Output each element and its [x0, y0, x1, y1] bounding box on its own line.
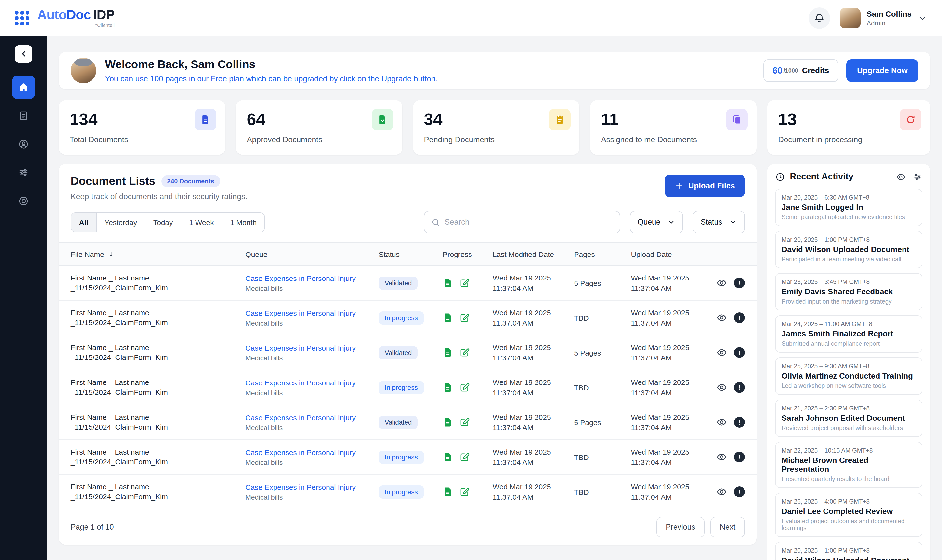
alert-button[interactable] [734, 452, 745, 462]
activity-item[interactable]: Mar 23, 2025 – 3:45 PM GMT+8 Emily Davis… [775, 273, 922, 311]
activity-item[interactable]: Mar 22, 2025 – 10:15 AM GMT+8 Michael Br… [775, 442, 922, 488]
view-button[interactable] [716, 452, 727, 462]
clipboard-edit-icon [549, 109, 570, 131]
queue-link[interactable]: Case Expenses in Personal Injury [245, 378, 379, 387]
document-step-icon[interactable] [442, 312, 453, 323]
user-menu[interactable]: Sam Collins Admin [840, 8, 927, 28]
edit-step-icon[interactable] [459, 312, 470, 323]
alert-button[interactable] [734, 278, 745, 288]
alert-button[interactable] [734, 486, 745, 497]
notifications-button[interactable] [809, 7, 830, 29]
alert-button[interactable] [734, 347, 745, 358]
sidebar-item-documents[interactable] [12, 104, 35, 128]
activity-date: Mar 23, 2025 – 3:45 PM GMT+8 [782, 278, 916, 285]
app-launcher-icon[interactable] [15, 11, 29, 26]
view-button[interactable] [716, 278, 727, 288]
queue-link[interactable]: Case Expenses in Personal Injury [245, 274, 379, 282]
activity-item[interactable]: Mar 20, 2025 – 1:00 PM GMT+8 David Wilso… [775, 542, 922, 560]
view-button[interactable] [716, 312, 727, 323]
sidebar-collapse-button[interactable] [15, 45, 32, 63]
queue-cell: Case Expenses in Personal Injury Medical… [245, 274, 379, 292]
document-step-icon[interactable] [442, 278, 453, 288]
alert-button[interactable] [734, 382, 745, 393]
search-icon [431, 217, 439, 227]
filter-1-month[interactable]: 1 Month [222, 212, 264, 232]
column-queue[interactable]: Queue [245, 250, 379, 258]
queue-link[interactable]: Case Expenses in Personal Injury [245, 309, 379, 317]
table-row[interactable]: First Name _ Last name _11/15/2024_Claim… [59, 475, 757, 509]
sidebar-item-users[interactable] [12, 132, 35, 156]
status-cell: Validated [379, 346, 442, 359]
filter-all[interactable]: All [71, 212, 97, 232]
queue-dropdown[interactable]: Queue [630, 211, 683, 234]
welcome-title: Welcome Back, Sam Collins [105, 58, 438, 71]
sidebar-item-home[interactable] [12, 75, 35, 99]
upload-date: Wed Mar 19 2025 [631, 342, 714, 352]
progress-cell [442, 486, 493, 497]
alert-button[interactable] [734, 312, 745, 323]
sidebar-item-queues[interactable] [12, 161, 35, 185]
document-step-icon[interactable] [442, 347, 453, 358]
table-row[interactable]: First Name _ Last name _11/15/2024_Claim… [59, 405, 757, 440]
column-file-name[interactable]: File Name [71, 250, 245, 258]
edit-step-icon[interactable] [459, 452, 470, 462]
status-dropdown[interactable]: Status [693, 211, 745, 234]
activity-item[interactable]: Mar 20, 2025 – 6:30 AM GMT+8 Jane Smith … [775, 189, 922, 226]
view-button[interactable] [716, 382, 727, 393]
activity-item[interactable]: Mar 26, 2025 – 4:00 PM GMT+8 Daniel Lee … [775, 493, 922, 537]
plus-icon [675, 182, 683, 190]
edit-step-icon[interactable] [459, 417, 470, 428]
activity-item[interactable]: Mar 20, 2025 – 1:00 PM GMT+8 David Wilso… [775, 231, 922, 268]
document-step-icon[interactable] [442, 486, 453, 497]
activity-item[interactable]: Mar 25, 2025 – 9:30 AM GMT+8 Olivia Mart… [775, 357, 922, 395]
previous-page-button[interactable]: Previous [657, 517, 705, 537]
upload-time: 11:37:04 AM [631, 492, 714, 502]
activity-filter-button[interactable] [913, 172, 922, 182]
eye-icon [716, 278, 727, 288]
next-page-button[interactable]: Next [711, 517, 745, 537]
edit-step-icon[interactable] [459, 347, 470, 358]
row-actions [714, 278, 745, 288]
table-row[interactable]: First Name _ Last name _11/15/2024_Claim… [59, 266, 757, 301]
table-row[interactable]: First Name _ Last name _11/15/2024_Claim… [59, 301, 757, 335]
document-step-icon[interactable] [442, 452, 453, 462]
activity-item[interactable]: Mar 21, 2025 – 2:30 PM GMT+8 Sarah Johns… [775, 400, 922, 437]
edit-step-icon[interactable] [459, 382, 470, 393]
search-input[interactable] [444, 218, 612, 226]
table-row[interactable]: First Name _ Last name _11/15/2024_Claim… [59, 370, 757, 405]
table-row[interactable]: First Name _ Last name _11/15/2024_Claim… [59, 335, 757, 370]
queue-link[interactable]: Case Expenses in Personal Injury [245, 413, 379, 422]
edit-step-icon[interactable] [459, 278, 470, 288]
view-button[interactable] [716, 417, 727, 428]
recent-activity-title: Recent Activity [790, 172, 853, 182]
view-button[interactable] [716, 486, 727, 497]
queue-link[interactable]: Case Expenses in Personal Injury [245, 343, 379, 352]
queue-link[interactable]: Case Expenses in Personal Injury [245, 483, 379, 491]
column-upload-date[interactable]: Upload Date [631, 250, 714, 258]
activity-view-button[interactable] [896, 172, 906, 182]
view-button[interactable] [716, 347, 727, 358]
column-status[interactable]: Status [379, 250, 442, 258]
pages-cell: TBD [574, 383, 631, 392]
column-progress[interactable]: Progress [442, 250, 493, 258]
document-step-icon[interactable] [442, 382, 453, 393]
sidebar-item-targets[interactable] [12, 189, 35, 213]
activity-item[interactable]: Mar 24, 2025 – 11:00 AM GMT+8 James Smit… [775, 315, 922, 352]
table-row[interactable]: First Name _ Last name _11/15/2024_Claim… [59, 440, 757, 475]
filter-yesterday[interactable]: Yesterday [97, 212, 145, 232]
upload-date: Wed Mar 19 2025 [631, 447, 714, 457]
last-modified-time: 11:37:04 AM [493, 492, 574, 502]
upload-date: Wed Mar 19 2025 [631, 482, 714, 492]
upgrade-button[interactable]: Upgrade Now [846, 59, 919, 82]
status-badge: Validated [379, 346, 418, 359]
edit-step-icon[interactable] [459, 486, 470, 497]
alert-button[interactable] [734, 417, 745, 428]
document-step-icon[interactable] [442, 417, 453, 428]
filter-1-week[interactable]: 1 Week [181, 212, 222, 232]
column-pages[interactable]: Pages [574, 250, 631, 258]
upload-files-button[interactable]: Upload Files [665, 175, 745, 197]
filter-today[interactable]: Today [145, 212, 181, 232]
column-last-modified[interactable]: Last Modified Date [493, 250, 574, 258]
home-icon [18, 82, 29, 93]
queue-link[interactable]: Case Expenses in Personal Injury [245, 448, 379, 456]
